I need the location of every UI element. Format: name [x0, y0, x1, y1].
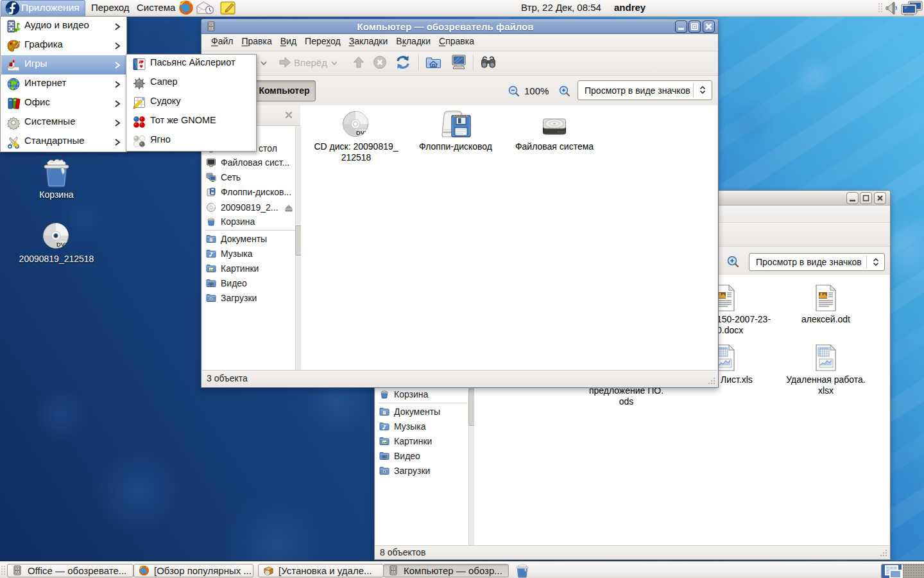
svg-text:9: 9 [142, 97, 144, 101]
